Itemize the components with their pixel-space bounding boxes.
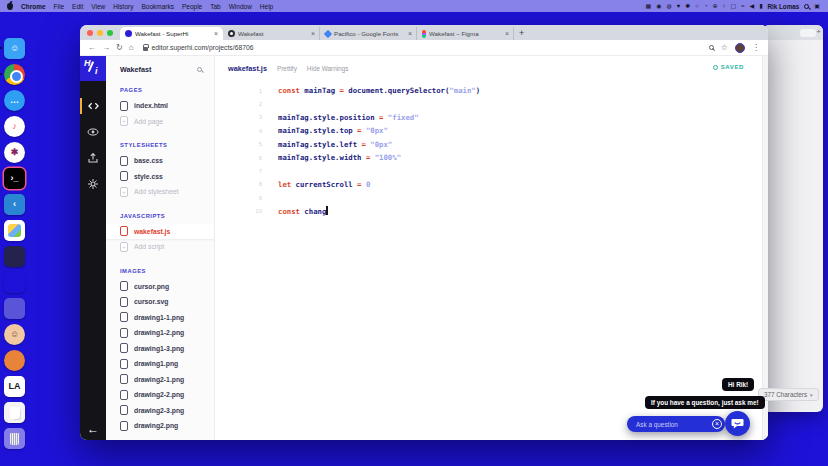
spotlight-search-icon[interactable] bbox=[804, 4, 809, 9]
menubar-item-people[interactable]: People bbox=[182, 3, 202, 10]
apple-menu-icon[interactable] bbox=[7, 3, 13, 10]
dock-icon-terminal[interactable]: ›_ bbox=[4, 168, 25, 189]
tab-close-icon[interactable]: × bbox=[311, 30, 315, 37]
browser-tab-2[interactable]: Wakefast× bbox=[223, 27, 320, 40]
browser-tab-3[interactable]: Pacifico - Google Fonts× bbox=[320, 27, 417, 40]
record-icon[interactable]: ◉ bbox=[656, 3, 661, 9]
profile-avatar[interactable] bbox=[735, 43, 745, 53]
dock-icon-la-app[interactable]: LA bbox=[4, 376, 25, 397]
file-item-drawing2-png[interactable]: drawing2.png bbox=[106, 418, 214, 434]
dock-icon-messages[interactable]: … bbox=[4, 90, 25, 111]
file-item-cursor-svg[interactable]: cursor.svg bbox=[106, 294, 214, 310]
background-new-tab-button[interactable]: + bbox=[816, 27, 821, 36]
background-window[interactable]: + bbox=[763, 25, 823, 412]
code-line-10[interactable]: 10const chang bbox=[215, 205, 768, 218]
browser-tab-4[interactable]: Wakefast – Figma× bbox=[417, 27, 514, 40]
health-icon[interactable]: ♥ bbox=[677, 3, 681, 9]
lock-icon[interactable] bbox=[143, 47, 148, 51]
browser-tab-1[interactable]: Wakefast - SuperHi× bbox=[120, 27, 223, 40]
address-bar[interactable]: editor.superhi.com/projects/68706 bbox=[140, 44, 703, 51]
upload-icon[interactable]: ↑ bbox=[723, 3, 726, 9]
file-item-drawing2-2-png[interactable]: drawing2-2.png bbox=[106, 387, 214, 403]
prettify-button[interactable]: Prettify bbox=[277, 65, 297, 72]
battery-icon[interactable]: ▮ bbox=[759, 3, 762, 9]
dock-icon-music[interactable]: ♪ bbox=[4, 116, 25, 137]
hide-warnings-button[interactable]: Hide Warnings bbox=[307, 65, 349, 72]
code-line-4[interactable]: 4mainTag.style.top = "0px" bbox=[215, 124, 768, 137]
file-item-drawing1-1-png[interactable]: drawing1-1.png bbox=[106, 310, 214, 326]
wifi-icon[interactable]: ≈ bbox=[741, 3, 744, 9]
menubar-item-bookmarks[interactable]: Bookmarks bbox=[141, 3, 174, 10]
tab-close-icon[interactable]: × bbox=[408, 30, 412, 37]
dock-icon-blue-app[interactable] bbox=[4, 298, 25, 319]
menubar-item-history[interactable]: History bbox=[113, 3, 133, 10]
file-item-drawing1-3-png[interactable]: drawing1-3.png bbox=[106, 341, 214, 357]
menubar-item-chrome[interactable]: Chrome bbox=[21, 3, 46, 10]
menubar-item-window[interactable]: Window bbox=[229, 3, 252, 10]
code-view-button[interactable] bbox=[80, 93, 106, 119]
dock-icon-vscode[interactable]: ‹ bbox=[4, 194, 25, 215]
settings-icon[interactable]: ✱ bbox=[685, 3, 690, 9]
chrome-menu-icon[interactable]: ⋮ bbox=[752, 43, 760, 52]
control-center-icon[interactable]: ▣ bbox=[814, 3, 820, 9]
menubar-item-tab[interactable]: Tab bbox=[210, 3, 220, 10]
file-item-style-css[interactable]: style.css bbox=[106, 169, 214, 185]
moon-icon[interactable]: ◍ bbox=[666, 3, 671, 9]
bookmark-star-icon[interactable]: ☆ bbox=[721, 43, 728, 52]
maximize-window-button[interactable] bbox=[107, 30, 113, 36]
dock-icon-slack[interactable]: ✱ bbox=[4, 142, 25, 163]
plus-icon[interactable]: ⊕ bbox=[713, 3, 718, 9]
minimize-window-button[interactable] bbox=[97, 30, 103, 36]
clock-icon[interactable]: ◔ bbox=[704, 3, 708, 9]
file-item-drawing2-1-png[interactable]: drawing2-1.png bbox=[106, 372, 214, 388]
dock-icon-avatar-app[interactable]: ☺ bbox=[4, 324, 25, 345]
grid-icon[interactable]: ▦ bbox=[646, 3, 652, 9]
close-window-button[interactable] bbox=[87, 30, 93, 36]
editor-scrollbar[interactable] bbox=[762, 56, 768, 440]
file-item-drawing1-2-png[interactable]: drawing1-2.png bbox=[106, 325, 214, 341]
file-item-cursor-png[interactable]: cursor.png bbox=[106, 279, 214, 295]
upload-button[interactable] bbox=[80, 145, 106, 171]
back-icon[interactable]: ← bbox=[88, 44, 96, 52]
dock-icon-stripes-app[interactable] bbox=[4, 272, 25, 293]
menubar-item-file[interactable]: File bbox=[54, 3, 64, 10]
tab-close-icon[interactable]: × bbox=[214, 30, 218, 37]
menubar-item-view[interactable]: View bbox=[91, 3, 105, 10]
dock-icon-orange-app[interactable] bbox=[4, 350, 25, 371]
dock-icon-finder[interactable]: ☺ bbox=[4, 38, 25, 59]
file-item-index-html[interactable]: index.html bbox=[106, 98, 214, 114]
dock-icon-trash[interactable] bbox=[4, 428, 25, 449]
new-tab-button[interactable]: + bbox=[519, 28, 524, 38]
display-icon[interactable]: ▢ bbox=[731, 3, 737, 9]
file-item-wakefast-js[interactable]: wakefast.js bbox=[106, 224, 214, 240]
file-item-drawing2-3-png[interactable]: drawing2-3.png bbox=[106, 403, 214, 419]
code-area[interactable]: 1const mainTag = document.querySelector(… bbox=[215, 84, 768, 218]
code-line-8[interactable]: 8let currentScroll = 0 bbox=[215, 178, 768, 191]
add-item-add-page[interactable]: +Add page bbox=[106, 114, 214, 130]
code-line-3[interactable]: 3mainTag.style.position = "fixed" bbox=[215, 111, 768, 124]
chat-bubble-button[interactable] bbox=[725, 411, 750, 436]
dock-icon-dark-app[interactable] bbox=[4, 246, 25, 267]
dock-icon-cup-app[interactable] bbox=[4, 402, 25, 423]
circle-icon[interactable]: ○ bbox=[695, 3, 699, 9]
character-count-badge[interactable]: 377 Characters ▾ bbox=[758, 388, 819, 401]
superhi-logo[interactable]: H i bbox=[80, 56, 106, 81]
tab-close-icon[interactable]: × bbox=[505, 30, 509, 37]
menubar-item-help[interactable]: Help bbox=[260, 3, 273, 10]
chat-close-icon[interactable]: × bbox=[712, 419, 722, 429]
menubar-user-name[interactable]: Rik Lomas bbox=[767, 3, 799, 10]
add-item-add-script[interactable]: +Add script bbox=[106, 239, 214, 255]
home-icon[interactable]: ⌂ bbox=[129, 44, 134, 52]
background-window-tab[interactable] bbox=[800, 29, 816, 37]
file-item-base-css[interactable]: base.css bbox=[106, 153, 214, 169]
dock-icon-photos[interactable] bbox=[4, 220, 25, 241]
code-line-6[interactable]: 6mainTag.style.width = "100%" bbox=[215, 151, 768, 164]
preview-button[interactable] bbox=[80, 119, 106, 145]
reload-icon[interactable]: ↻ bbox=[116, 44, 123, 52]
volume-icon[interactable]: ◀ bbox=[750, 3, 755, 9]
sidebar-search-icon[interactable] bbox=[197, 67, 202, 72]
code-line-5[interactable]: 5mainTag.style.left = "0px" bbox=[215, 138, 768, 151]
forward-icon[interactable]: → bbox=[102, 44, 110, 52]
menubar-item-edit[interactable]: Edit bbox=[72, 3, 83, 10]
search-icon[interactable] bbox=[709, 45, 714, 50]
